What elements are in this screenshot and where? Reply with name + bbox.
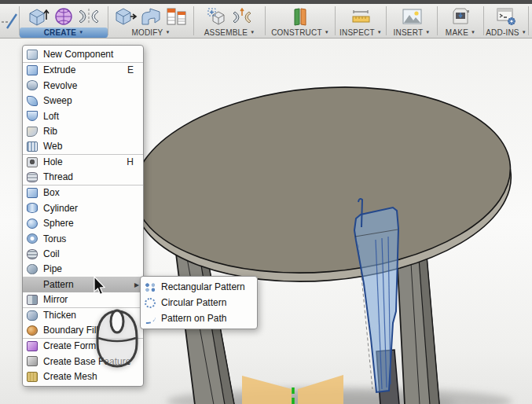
web-icon bbox=[27, 141, 38, 152]
torus-icon bbox=[27, 233, 38, 244]
new-component-icon[interactable] bbox=[205, 6, 229, 28]
new-component-icon bbox=[27, 50, 38, 60]
menu-item-sweep[interactable]: Sweep bbox=[23, 94, 143, 109]
change-parameters-icon[interactable] bbox=[164, 6, 188, 28]
create-mesh-icon bbox=[27, 372, 38, 382]
menu-item-rectangular-pattern[interactable]: Rectangular Pattern bbox=[141, 279, 257, 295]
toolbar-divider bbox=[528, 6, 529, 35]
mouse-cursor bbox=[93, 276, 106, 299]
rectangular-pattern-icon bbox=[145, 282, 156, 292]
menu-item-web[interactable]: Web bbox=[23, 139, 143, 155]
create-form-icon bbox=[27, 341, 38, 351]
insert-image-icon[interactable] bbox=[400, 6, 424, 28]
menu-item-coil[interactable]: Coil bbox=[23, 247, 143, 263]
pipe-icon bbox=[27, 264, 38, 274]
addins-menu-button[interactable]: ADD-INS bbox=[486, 28, 526, 38]
menu-item-circular-pattern[interactable]: Circular Pattern bbox=[141, 295, 257, 310]
box-icon bbox=[27, 188, 38, 198]
shortcut-key: H bbox=[127, 156, 143, 167]
mirror-icon bbox=[27, 295, 38, 305]
menu-item-cylinder[interactable]: Cylinder bbox=[23, 200, 143, 216]
shortcut-key: E bbox=[127, 64, 143, 75]
menu-item-pipe[interactable]: Pipe bbox=[23, 262, 143, 277]
insert-menu-button[interactable]: INSERT bbox=[394, 28, 431, 38]
loft-icon bbox=[27, 111, 38, 121]
thread-icon bbox=[27, 172, 38, 182]
circular-pattern-icon bbox=[145, 298, 156, 308]
menu-item-rib[interactable]: Rib bbox=[23, 124, 143, 140]
toolbar-group-make: MAKE bbox=[438, 4, 483, 38]
sphere-icon bbox=[27, 219, 38, 229]
coil-icon bbox=[27, 249, 38, 259]
menu-item-sphere[interactable]: Sphere bbox=[23, 216, 143, 232]
fillet-icon[interactable] bbox=[139, 6, 163, 28]
assemble-menu-button[interactable]: ASSEMBLE bbox=[204, 28, 255, 38]
pattern-on-path-icon bbox=[145, 314, 156, 324]
menu-item-new-component[interactable]: New Component bbox=[23, 47, 143, 63]
toolbar-group-create: CREATE bbox=[20, 4, 108, 38]
menu-item-loft[interactable]: Loft bbox=[23, 108, 143, 124]
measure-icon[interactable] bbox=[349, 6, 372, 28]
construction-plane-icon[interactable] bbox=[288, 6, 312, 28]
menu-item-box[interactable]: Box bbox=[23, 185, 143, 201]
cylinder-icon bbox=[27, 203, 38, 213]
scripts-addins-icon[interactable] bbox=[494, 6, 518, 28]
inspect-menu-button[interactable]: INSPECT bbox=[339, 28, 382, 38]
thicken-icon bbox=[27, 310, 38, 321]
toolbar-group-insert: INSERT bbox=[387, 4, 437, 38]
menu-item-extrude[interactable]: Extrude E bbox=[23, 63, 143, 79]
menu-item-pattern-on-path[interactable]: Pattern on Path bbox=[141, 310, 257, 326]
extrude-icon bbox=[27, 65, 38, 75]
extrude-icon[interactable] bbox=[27, 6, 50, 28]
toolbar-group-inspect: INSPECT bbox=[336, 4, 386, 38]
menu-item-torus[interactable]: Torus bbox=[23, 231, 143, 247]
rib-icon bbox=[27, 127, 38, 137]
create-base-feature-icon bbox=[27, 356, 38, 366]
construct-menu-button[interactable]: CONSTRUCT bbox=[271, 28, 329, 38]
menu-item-revolve[interactable]: Revolve bbox=[23, 78, 143, 94]
pattern-submenu: Rectangular Pattern Circular Pattern Pat… bbox=[140, 276, 258, 329]
press-pull-icon[interactable] bbox=[114, 6, 138, 28]
sweep-icon bbox=[27, 96, 38, 106]
hole-icon bbox=[27, 157, 38, 167]
menu-item-thread[interactable]: Thread bbox=[23, 170, 143, 185]
menu-item-hole[interactable]: Hole H bbox=[23, 155, 143, 171]
middle-mouse-button-icon bbox=[93, 308, 141, 373]
menu-item-mirror[interactable]: Mirror bbox=[23, 292, 143, 308]
create-menu-button[interactable]: CREATE bbox=[20, 28, 108, 38]
create-form-icon[interactable] bbox=[52, 6, 75, 28]
mirror-icon[interactable] bbox=[77, 6, 101, 28]
sketch-line-icon[interactable] bbox=[0, 4, 19, 38]
joint-icon[interactable] bbox=[230, 6, 254, 28]
toolbar-group-addins: ADD-INS bbox=[484, 4, 528, 38]
toolbar-group-modify: MODIFY bbox=[108, 4, 193, 38]
toolbar-group-assemble: ASSEMBLE bbox=[194, 4, 265, 38]
3d-print-icon[interactable] bbox=[449, 6, 472, 28]
ribbon-toolbar: CREATE bbox=[0, 4, 532, 39]
toolbar-group-construct: CONSTRUCT bbox=[266, 4, 335, 38]
modify-menu-button[interactable]: MODIFY bbox=[131, 28, 170, 38]
make-menu-button[interactable]: MAKE bbox=[446, 28, 475, 38]
revolve-icon bbox=[27, 80, 38, 90]
boundary-fill-icon bbox=[27, 325, 38, 336]
app-window: CREATE bbox=[0, 0, 532, 404]
menu-item-pattern[interactable]: Pattern bbox=[23, 277, 143, 293]
